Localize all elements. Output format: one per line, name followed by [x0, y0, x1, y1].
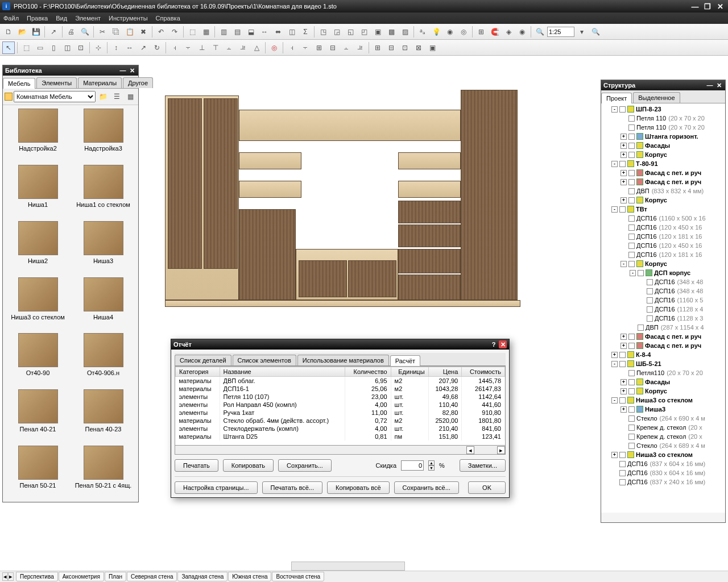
tree-node[interactable]: +К-8-4: [602, 350, 724, 359]
align-icon[interactable]: ⊤: [209, 41, 222, 54]
library-item[interactable]: Ниша3: [72, 221, 135, 275]
tree-node[interactable]: ДСП16(837 x 240 x 16 мм): [602, 477, 724, 487]
library-item[interactable]: Пенал 50-21 с 4ящ.: [72, 446, 135, 500]
discount-input[interactable]: [401, 460, 424, 471]
library-tab[interactable]: Мебель: [3, 78, 35, 89]
zoom-input[interactable]: [547, 27, 574, 37]
copy-icon[interactable]: ⿻: [110, 26, 122, 38]
notes-button[interactable]: Заметки...: [460, 459, 506, 472]
tree-node[interactable]: ДСП16(837 x 604 x 16 мм): [602, 459, 724, 468]
dist-icon[interactable]: ⊞: [313, 41, 325, 54]
tool-icon[interactable]: ▥: [217, 26, 230, 38]
horizontal-scrollbar[interactable]: [291, 562, 405, 571]
table-row[interactable]: элементыПетля 110 (107)23,00шт.49,681142…: [176, 393, 505, 401]
tool-icon[interactable]: ⬚: [186, 26, 198, 38]
light-icon[interactable]: 💡: [430, 26, 442, 38]
tool-icon[interactable]: ⬚: [20, 41, 32, 54]
structure-tab[interactable]: Выделенное: [633, 92, 680, 103]
structure-tree[interactable]: -ШП-8-23Петля 110(20 x 70 x 20Петля 110(…: [601, 103, 725, 513]
dist-icon[interactable]: ⫡: [354, 41, 366, 54]
tree-node[interactable]: Петля110(20 x 70 x 20: [602, 368, 724, 377]
tool-icon[interactable]: ◫: [286, 26, 298, 38]
tree-node[interactable]: -ТВт: [602, 205, 724, 214]
tool-icon[interactable]: ⊹: [92, 41, 105, 54]
ok-button[interactable]: OK: [468, 481, 506, 494]
grid-icon[interactable]: ⊞: [475, 26, 487, 38]
report-table[interactable]: КатегорияНазваниеКоличествоЕдиницыЦенаСт…: [175, 366, 506, 446]
report-tab[interactable]: Список элементов: [233, 355, 296, 365]
view-tab[interactable]: Перспектива: [16, 572, 58, 581]
library-item[interactable]: Ниша3 со стеклом: [6, 277, 69, 331]
print-all-button[interactable]: Печатать всё...: [262, 481, 322, 494]
dist-icon[interactable]: ⫟: [299, 41, 312, 54]
print-icon[interactable]: 🖨: [65, 26, 77, 38]
tool-icon[interactable]: ⊡: [75, 41, 87, 54]
tree-node[interactable]: ДСП16(348 x 48: [602, 286, 724, 296]
scroll-left-icon[interactable]: ◂: [466, 446, 474, 454]
view-icon[interactable]: ▨: [399, 26, 411, 38]
redo-icon[interactable]: ↷: [168, 26, 181, 38]
copy-button[interactable]: Копировать: [223, 459, 274, 472]
library-item[interactable]: Надстройка3: [72, 109, 135, 163]
table-row[interactable]: элементыСтеклодержатель (компл)4,00шт.21…: [176, 425, 505, 433]
view-tab[interactable]: План: [105, 572, 126, 581]
tool-icon[interactable]: ▭: [34, 41, 46, 54]
menu-Инструменты[interactable]: Инструменты: [109, 15, 148, 22]
table-row[interactable]: материалыСтекло обраб. 4мм (действ. ассо…: [176, 417, 505, 425]
library-item[interactable]: Пенал 50-21: [6, 446, 69, 500]
library-item[interactable]: Надстройка2: [6, 109, 69, 163]
table-row[interactable]: элементыРол Направл 450 (компл)4,00шт.11…: [176, 401, 505, 409]
minimize-panel-icon[interactable]: —: [706, 81, 714, 89]
new-icon[interactable]: 🗋: [2, 26, 15, 38]
report-tab[interactable]: Список деталей: [175, 355, 231, 365]
tree-node[interactable]: Стекло(264 x 690 x 4 м: [602, 414, 724, 423]
library-item[interactable]: От40-90: [6, 333, 69, 387]
minimize-panel-icon[interactable]: —: [119, 66, 127, 74]
tree-node[interactable]: +Фасад с пет. и руч: [602, 341, 724, 350]
table-row[interactable]: материалыШтанга D250,81пм151,80123,41: [176, 433, 505, 440]
close-panel-icon[interactable]: ✕: [128, 66, 136, 74]
tool-icon[interactable]: ↗: [137, 41, 150, 54]
tree-node[interactable]: -Ниша3 со стеклом: [602, 396, 724, 405]
preview-icon[interactable]: 🔍: [78, 26, 91, 38]
print-button[interactable]: Печатать: [175, 459, 218, 472]
tree-node[interactable]: +Фасад с пет. и руч: [602, 168, 724, 177]
open-icon[interactable]: 📂: [16, 26, 28, 38]
zoom-out-icon[interactable]: 🔍: [533, 26, 546, 38]
view-icon[interactable]: ▩: [385, 26, 398, 38]
tree-node[interactable]: ДСП16(348 x 48: [602, 277, 724, 286]
view-icon[interactable]: ◲: [330, 26, 343, 38]
menu-Правка[interactable]: Правка: [27, 15, 48, 22]
view-tab[interactable]: Аксонометрия: [59, 572, 104, 581]
list-view-icon[interactable]: ☰: [110, 90, 123, 103]
view-tab[interactable]: Северная стена: [127, 572, 177, 581]
copy-all-button[interactable]: Копировать всё: [327, 481, 390, 494]
tool-icon[interactable]: ◉: [444, 26, 456, 38]
tree-node[interactable]: +Ниша3 со стеклом: [602, 450, 724, 459]
tree-node[interactable]: +Корпус: [602, 196, 724, 205]
tool-icon[interactable]: ◉: [516, 26, 528, 38]
tool-icon[interactable]: ↔: [123, 41, 136, 54]
tree-node[interactable]: ДСП16(120 x 450 x 16: [602, 241, 724, 250]
library-folder-select[interactable]: Комнатная Мебель: [14, 91, 96, 102]
tree-node[interactable]: -Т-80-91: [602, 159, 724, 168]
dist-icon[interactable]: ⫞: [286, 41, 298, 54]
tool-icon[interactable]: ◎: [457, 26, 470, 38]
tree-node[interactable]: +Фасад с пет. и руч: [602, 177, 724, 186]
dist-icon[interactable]: ⊟: [326, 41, 339, 54]
minimize-button[interactable]: —: [689, 2, 701, 11]
target-icon[interactable]: ◎: [268, 41, 280, 54]
library-tab[interactable]: Материалы: [78, 77, 122, 88]
view-tab[interactable]: Южная стена: [228, 572, 271, 581]
tree-node[interactable]: Стекло(264 x 689 x 4 м: [602, 441, 724, 450]
tree-node[interactable]: ДВП(287 x 1154 x 4: [602, 323, 724, 332]
library-item[interactable]: Ниша1 со стеклом: [72, 165, 135, 219]
help-icon[interactable]: ?: [490, 340, 498, 348]
tool-icon[interactable]: Σ: [299, 26, 312, 38]
scroll-right-icon[interactable]: ▸: [497, 446, 505, 454]
save-all-button[interactable]: Сохранить всё...: [394, 481, 459, 494]
maximize-button[interactable]: ❐: [702, 2, 713, 11]
tree-node[interactable]: ДСП16(120 x 450 x 16: [602, 223, 724, 232]
tool-icon[interactable]: ▦: [200, 26, 212, 38]
align-icon[interactable]: ⫡: [237, 41, 249, 54]
